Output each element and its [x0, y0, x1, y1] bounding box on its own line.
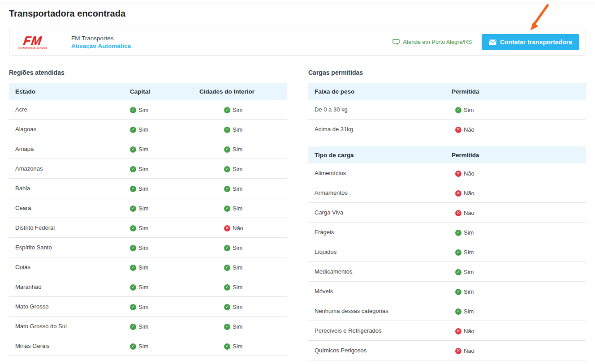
- table-cell: ✓Sim: [199, 204, 287, 212]
- table-cell: ✓Sim: [130, 322, 199, 330]
- table-cell: ✕Não: [452, 169, 586, 177]
- check-circle-icon: ✓: [130, 343, 136, 350]
- table-row: Carga Viva✕Não: [308, 203, 586, 223]
- status-label: Sim: [138, 264, 148, 271]
- table-row: Armamentos✕Não: [308, 183, 586, 203]
- table-row: Maranhão✓Sim✓Sim: [9, 277, 287, 297]
- carrier-logo-text: FM: [16, 35, 50, 47]
- status-badge-no: ✕Não: [455, 347, 474, 354]
- status-badge-yes: ✓Sim: [224, 244, 242, 251]
- table-cell: ✓Sim: [130, 204, 199, 212]
- table-row: Minas Gerais✓Sim✓Sim: [9, 336, 287, 356]
- status-label: Sim: [464, 229, 474, 236]
- check-circle-icon: ✓: [224, 304, 230, 310]
- carrier-logo: FM TRANSPORTES RÁPIDOS: [17, 35, 49, 49]
- status-badge-yes: ✓Sim: [130, 166, 148, 172]
- table-cell: Carga Viva: [308, 209, 452, 216]
- status-badge-yes: ✓Sim: [224, 166, 242, 172]
- table-cell: ✓Sim: [130, 165, 199, 172]
- status-label: Sim: [233, 166, 242, 172]
- status-badge-yes: ✓Sim: [224, 304, 242, 310]
- table-cell: Goiás: [9, 264, 130, 270]
- check-circle-icon: ✓: [224, 324, 230, 330]
- table-cell: Frágeis: [308, 229, 452, 236]
- regions-table-header: Estado Capital Cidades do Interior: [9, 83, 287, 100]
- contact-button-label: Contatar transportadora: [500, 39, 572, 46]
- check-circle-icon: ✓: [455, 230, 461, 236]
- status-label: Sim: [464, 288, 474, 295]
- table-row: Químicos Perigosos✕Não: [308, 341, 586, 360]
- table-row: Mato Grosso✓Sim✓Sim: [9, 297, 287, 317]
- status-badge-yes: ✓Sim: [455, 269, 474, 275]
- table-cell: Amazonas: [9, 165, 130, 172]
- check-circle-icon: ✓: [130, 225, 136, 231]
- carrier-card: FM TRANSPORTES RÁPIDOS FM Transportes At…: [9, 29, 586, 56]
- status-label: Sim: [138, 343, 148, 350]
- activation-link[interactable]: Ativação Automática: [71, 43, 131, 49]
- table-row: Amapá✓Sim✓Sim: [9, 139, 287, 159]
- carrier-identity: FM Transportes Ativação Automática: [71, 35, 131, 49]
- table-cell: ✕Não: [452, 125, 586, 133]
- check-circle-icon: ✓: [224, 127, 230, 133]
- status-label: Sim: [138, 166, 148, 172]
- check-circle-icon: ✓: [130, 166, 136, 172]
- table-row: Nenhuma dessas categorias✓Sim: [308, 301, 586, 321]
- regions-table: Estado Capital Cidades do Interior Acre✓…: [9, 83, 287, 356]
- regions-table-body: Acre✓Sim✓SimAlagoas✓Sim✓SimAmapá✓Sim✓Sim…: [9, 100, 287, 356]
- check-circle-icon: ✓: [224, 343, 230, 350]
- status-badge-yes: ✓Sim: [130, 343, 148, 350]
- status-badge-yes: ✓Sim: [455, 107, 474, 113]
- status-badge-yes: ✓Sim: [224, 185, 242, 192]
- column-header-capital: Capital: [130, 88, 199, 95]
- contact-carrier-button[interactable]: Contatar transportadora: [482, 34, 579, 50]
- table-cell: Amapá: [9, 146, 130, 152]
- table-row: Acre✓Sim✓Sim: [9, 100, 287, 120]
- table-cell: ✕Não: [452, 347, 586, 354]
- status-badge-no: ✕Não: [455, 190, 474, 197]
- status-label: Sim: [138, 126, 148, 133]
- x-circle-icon: ✕: [455, 190, 461, 197]
- status-badge-yes: ✓Sim: [130, 225, 148, 231]
- table-row: Goiás✓Sim✓Sim: [9, 257, 287, 277]
- status-badge-yes: ✓Sim: [224, 146, 242, 153]
- cargo-type-table-body: Alimentícios✕NãoArmamentos✕NãoCarga Viva…: [308, 163, 586, 360]
- table-cell: ✓Sim: [130, 145, 199, 153]
- status-badge-yes: ✓Sim: [224, 264, 242, 271]
- table-cell: Acima de 31kg: [308, 126, 452, 133]
- status-label: Sim: [138, 244, 148, 251]
- check-circle-icon: ✓: [455, 308, 461, 315]
- carrier-name: FM Transportes: [71, 35, 131, 42]
- status-badge-yes: ✓Sim: [224, 126, 242, 133]
- status-label: Sim: [464, 269, 474, 275]
- column-header-faixa-peso: Faixa de peso: [308, 88, 452, 95]
- weight-table-header: Faixa de peso Permitida: [308, 83, 586, 100]
- status-label: Não: [233, 225, 243, 231]
- check-circle-icon: ✓: [130, 245, 136, 251]
- status-badge-yes: ✓Sim: [130, 323, 148, 330]
- check-circle-icon: ✓: [224, 107, 230, 113]
- table-row: Medicamentos✓Sim: [308, 262, 586, 282]
- table-cell: Espírito Santo: [9, 244, 130, 251]
- table-cell: ✓Sim: [130, 303, 199, 310]
- table-cell: Líquidos: [308, 248, 452, 255]
- table-cell: ✓Sim: [130, 106, 199, 113]
- check-circle-icon: ✓: [130, 127, 136, 133]
- status-label: Sim: [138, 107, 148, 113]
- status-badge-yes: ✓Sim: [130, 107, 148, 113]
- x-circle-icon: ✕: [455, 348, 461, 354]
- table-cell: Perecíveis e Refrigerados: [308, 327, 452, 334]
- status-badge-no: ✕Não: [455, 170, 474, 177]
- check-circle-icon: ✓: [224, 284, 230, 291]
- cargo-type-table-header: Tipo de carga Permitida: [308, 146, 586, 163]
- status-label: Não: [464, 170, 474, 177]
- table-cell: ✓Sim: [199, 244, 287, 251]
- status-label: Sim: [138, 304, 148, 310]
- check-circle-icon: ✓: [224, 186, 230, 192]
- status-label: Não: [464, 210, 474, 216]
- status-badge-yes: ✓Sim: [130, 185, 148, 192]
- table-cell: Alagoas: [9, 126, 130, 133]
- status-badge-no: ✕Não: [455, 210, 474, 216]
- status-badge-yes: ✓Sim: [224, 323, 242, 330]
- x-circle-icon: ✕: [224, 225, 230, 231]
- table-cell: ✓Sim: [452, 228, 586, 236]
